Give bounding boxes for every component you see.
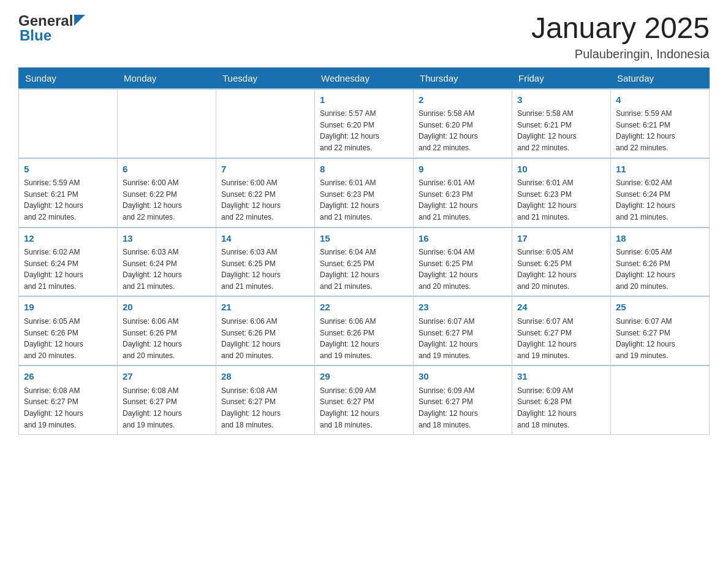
day-info: Sunrise: 5:58 AM Sunset: 6:21 PM Dayligh… <box>517 108 605 153</box>
logo-blue-text: Blue <box>20 27 85 44</box>
day-info: Sunrise: 5:57 AM Sunset: 6:20 PM Dayligh… <box>320 108 408 153</box>
day-number: 26 <box>24 370 112 384</box>
day-number: 23 <box>419 301 507 315</box>
day-number: 22 <box>320 301 408 315</box>
day-number: 31 <box>517 370 605 384</box>
calendar-body: 1Sunrise: 5:57 AM Sunset: 6:20 PM Daylig… <box>19 89 710 435</box>
calendar-cell: 27Sunrise: 6:08 AM Sunset: 6:27 PM Dayli… <box>118 366 216 434</box>
day-info: Sunrise: 6:01 AM Sunset: 6:23 PM Dayligh… <box>517 177 605 223</box>
calendar-cell <box>118 89 216 158</box>
day-info: Sunrise: 6:05 AM Sunset: 6:26 PM Dayligh… <box>616 247 704 292</box>
day-info: Sunrise: 6:03 AM Sunset: 6:24 PM Dayligh… <box>123 247 211 292</box>
calendar-cell: 4Sunrise: 5:59 AM Sunset: 6:21 PM Daylig… <box>611 89 710 158</box>
weekday-header-thursday: Thursday <box>414 67 512 89</box>
calendar-table: SundayMondayTuesdayWednesdayThursdayFrid… <box>18 67 710 435</box>
calendar-cell <box>19 89 118 158</box>
page-header: General Blue January 2025 Pulauberingin,… <box>18 12 710 61</box>
calendar-cell: 24Sunrise: 6:07 AM Sunset: 6:27 PM Dayli… <box>512 296 611 366</box>
calendar-cell: 7Sunrise: 6:00 AM Sunset: 6:22 PM Daylig… <box>216 158 315 228</box>
calendar-cell: 10Sunrise: 6:01 AM Sunset: 6:23 PM Dayli… <box>512 158 611 228</box>
weekday-header-friday: Friday <box>512 67 611 89</box>
day-number: 12 <box>24 232 112 246</box>
day-info: Sunrise: 5:58 AM Sunset: 6:20 PM Dayligh… <box>419 108 507 153</box>
day-number: 28 <box>221 370 309 384</box>
calendar-cell: 11Sunrise: 6:02 AM Sunset: 6:24 PM Dayli… <box>611 158 710 228</box>
day-info: Sunrise: 6:02 AM Sunset: 6:24 PM Dayligh… <box>24 247 112 292</box>
day-info: Sunrise: 6:01 AM Sunset: 6:23 PM Dayligh… <box>320 177 408 223</box>
day-number: 15 <box>320 232 408 246</box>
day-info: Sunrise: 6:06 AM Sunset: 6:26 PM Dayligh… <box>123 316 211 361</box>
calendar-cell: 23Sunrise: 6:07 AM Sunset: 6:27 PM Dayli… <box>414 296 512 366</box>
day-number: 29 <box>320 370 408 384</box>
day-info: Sunrise: 6:05 AM Sunset: 6:25 PM Dayligh… <box>517 247 605 292</box>
calendar-cell: 21Sunrise: 6:06 AM Sunset: 6:26 PM Dayli… <box>216 296 315 366</box>
calendar-cell: 26Sunrise: 6:08 AM Sunset: 6:27 PM Dayli… <box>19 366 118 434</box>
calendar-cell: 6Sunrise: 6:00 AM Sunset: 6:22 PM Daylig… <box>118 158 216 228</box>
calendar-cell: 30Sunrise: 6:09 AM Sunset: 6:27 PM Dayli… <box>414 366 512 434</box>
day-number: 24 <box>517 301 605 315</box>
weekday-header-wednesday: Wednesday <box>315 67 414 89</box>
day-number: 17 <box>517 232 605 246</box>
day-number: 9 <box>419 163 507 177</box>
calendar-cell: 28Sunrise: 6:08 AM Sunset: 6:27 PM Dayli… <box>216 366 315 434</box>
calendar-cell: 31Sunrise: 6:09 AM Sunset: 6:28 PM Dayli… <box>512 366 611 434</box>
calendar-week-row: 26Sunrise: 6:08 AM Sunset: 6:27 PM Dayli… <box>19 366 710 434</box>
day-number: 25 <box>616 301 704 315</box>
svg-marker-0 <box>74 15 85 26</box>
calendar-header: SundayMondayTuesdayWednesdayThursdayFrid… <box>19 67 710 89</box>
day-info: Sunrise: 6:08 AM Sunset: 6:27 PM Dayligh… <box>24 385 112 431</box>
day-info: Sunrise: 6:03 AM Sunset: 6:25 PM Dayligh… <box>221 247 309 292</box>
calendar-subtitle: Pulauberingin, Indonesia <box>531 47 710 61</box>
calendar-cell: 20Sunrise: 6:06 AM Sunset: 6:26 PM Dayli… <box>118 296 216 366</box>
calendar-cell: 25Sunrise: 6:07 AM Sunset: 6:27 PM Dayli… <box>611 296 710 366</box>
calendar-cell: 8Sunrise: 6:01 AM Sunset: 6:23 PM Daylig… <box>315 158 414 228</box>
logo: General Blue <box>18 12 85 44</box>
calendar-week-row: 12Sunrise: 6:02 AM Sunset: 6:24 PM Dayli… <box>19 228 710 297</box>
title-block: January 2025 Pulauberingin, Indonesia <box>531 12 710 61</box>
calendar-cell <box>216 89 315 158</box>
calendar-week-row: 5Sunrise: 5:59 AM Sunset: 6:21 PM Daylig… <box>19 158 710 228</box>
day-info: Sunrise: 6:02 AM Sunset: 6:24 PM Dayligh… <box>616 177 704 223</box>
day-info: Sunrise: 6:06 AM Sunset: 6:26 PM Dayligh… <box>221 316 309 361</box>
day-number: 13 <box>123 232 211 246</box>
weekday-header-monday: Monday <box>118 67 216 89</box>
calendar-cell: 12Sunrise: 6:02 AM Sunset: 6:24 PM Dayli… <box>19 228 118 297</box>
day-info: Sunrise: 6:08 AM Sunset: 6:27 PM Dayligh… <box>123 385 211 431</box>
day-number: 21 <box>221 301 309 315</box>
day-number: 11 <box>616 163 704 177</box>
weekday-header-tuesday: Tuesday <box>216 67 315 89</box>
calendar-cell: 17Sunrise: 6:05 AM Sunset: 6:25 PM Dayli… <box>512 228 611 297</box>
calendar-cell: 18Sunrise: 6:05 AM Sunset: 6:26 PM Dayli… <box>611 228 710 297</box>
day-info: Sunrise: 6:07 AM Sunset: 6:27 PM Dayligh… <box>616 316 704 361</box>
calendar-cell: 1Sunrise: 5:57 AM Sunset: 6:20 PM Daylig… <box>315 89 414 158</box>
day-number: 5 <box>24 163 112 177</box>
day-info: Sunrise: 6:09 AM Sunset: 6:28 PM Dayligh… <box>517 385 605 431</box>
weekday-header-sunday: Sunday <box>19 67 118 89</box>
day-info: Sunrise: 5:59 AM Sunset: 6:21 PM Dayligh… <box>616 108 704 153</box>
day-number: 8 <box>320 163 408 177</box>
day-number: 4 <box>616 93 704 107</box>
calendar-cell: 9Sunrise: 6:01 AM Sunset: 6:23 PM Daylig… <box>414 158 512 228</box>
day-info: Sunrise: 6:09 AM Sunset: 6:27 PM Dayligh… <box>320 385 408 431</box>
day-number: 27 <box>123 370 211 384</box>
day-number: 30 <box>419 370 507 384</box>
calendar-cell: 16Sunrise: 6:04 AM Sunset: 6:25 PM Dayli… <box>414 228 512 297</box>
day-info: Sunrise: 6:08 AM Sunset: 6:27 PM Dayligh… <box>221 385 309 431</box>
day-number: 18 <box>616 232 704 246</box>
calendar-cell: 29Sunrise: 6:09 AM Sunset: 6:27 PM Dayli… <box>315 366 414 434</box>
day-number: 16 <box>419 232 507 246</box>
calendar-week-row: 19Sunrise: 6:05 AM Sunset: 6:26 PM Dayli… <box>19 296 710 366</box>
day-info: Sunrise: 6:06 AM Sunset: 6:26 PM Dayligh… <box>320 316 408 361</box>
day-number: 2 <box>419 93 507 107</box>
day-number: 6 <box>123 163 211 177</box>
calendar-cell: 2Sunrise: 5:58 AM Sunset: 6:20 PM Daylig… <box>414 89 512 158</box>
weekday-header-row: SundayMondayTuesdayWednesdayThursdayFrid… <box>19 67 710 89</box>
calendar-cell: 14Sunrise: 6:03 AM Sunset: 6:25 PM Dayli… <box>216 228 315 297</box>
day-info: Sunrise: 6:04 AM Sunset: 6:25 PM Dayligh… <box>320 247 408 292</box>
day-number: 20 <box>123 301 211 315</box>
day-number: 1 <box>320 93 408 107</box>
day-info: Sunrise: 6:04 AM Sunset: 6:25 PM Dayligh… <box>419 247 507 292</box>
day-number: 3 <box>517 93 605 107</box>
day-number: 19 <box>24 301 112 315</box>
weekday-header-saturday: Saturday <box>611 67 710 89</box>
